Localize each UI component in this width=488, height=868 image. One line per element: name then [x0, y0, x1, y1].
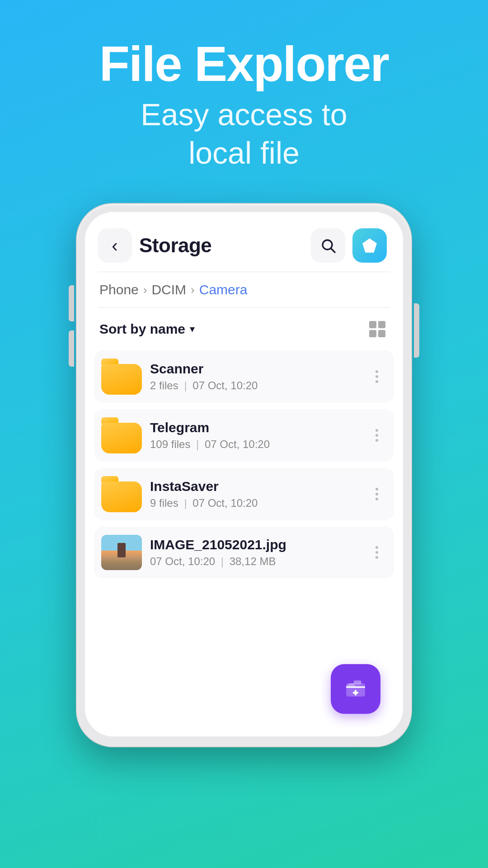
breadcrumb-dcim[interactable]: DCIM	[151, 282, 186, 297]
app-screen: ‹ Storage	[85, 212, 403, 585]
phone-wrapper: ‹ Storage	[0, 204, 488, 746]
file-meta: 07 Oct, 10:20 | 38,12 MB	[150, 555, 359, 568]
more-options-button[interactable]	[367, 484, 387, 504]
folder-icon	[101, 417, 142, 453]
file-name: IMAGE_21052021.jpg	[150, 537, 359, 552]
grid-view-button[interactable]	[366, 318, 389, 340]
file-thumbnail	[101, 535, 142, 570]
more-options-button[interactable]	[367, 367, 387, 387]
folder-icon	[101, 476, 142, 512]
back-icon: ‹	[112, 236, 117, 256]
search-button[interactable]	[311, 228, 345, 263]
diamond-icon	[361, 237, 378, 254]
add-folder-button[interactable]	[331, 664, 380, 714]
breadcrumb-camera[interactable]: Camera	[199, 282, 248, 297]
phone-inner: ‹ Storage	[85, 212, 403, 736]
svg-line-1	[331, 249, 335, 252]
main-title: File Explorer	[0, 36, 488, 91]
list-item[interactable]: InstaSaver 9 files | 07 Oct, 10:20	[94, 468, 394, 520]
screen-title: Storage	[139, 234, 304, 257]
breadcrumb-phone[interactable]: Phone	[99, 282, 139, 297]
top-bar: ‹ Storage	[85, 212, 403, 272]
grid-icon	[369, 321, 385, 337]
list-item[interactable]: Telegram 109 files | 07 Oct, 10:20	[94, 409, 394, 462]
three-dots-icon	[375, 370, 378, 383]
chevron-icon-2: ›	[191, 283, 195, 297]
header-section: File Explorer Easy access to local file	[0, 0, 488, 190]
list-item[interactable]: IMAGE_21052021.jpg 07 Oct, 10:20 | 38,12…	[94, 527, 394, 578]
add-folder-icon	[344, 678, 367, 700]
svg-marker-2	[362, 238, 377, 253]
three-dots-icon	[375, 546, 378, 559]
sort-button[interactable]: Sort by name ▾	[99, 321, 195, 337]
file-list: Scanner 2 files | 07 Oct, 10:20	[85, 350, 403, 585]
sort-label: Sort by name	[99, 321, 185, 337]
sort-bar: Sort by name ▾	[85, 308, 403, 350]
file-meta: 2 files | 07 Oct, 10:20	[150, 379, 359, 392]
file-info: Scanner 2 files | 07 Oct, 10:20	[150, 361, 359, 392]
subtitle: Easy access to local file	[0, 95, 488, 172]
file-meta: 109 files | 07 Oct, 10:20	[150, 438, 359, 451]
file-info: IMAGE_21052021.jpg 07 Oct, 10:20 | 38,12…	[150, 537, 359, 568]
three-dots-icon	[375, 488, 378, 500]
image-preview	[101, 535, 142, 570]
sort-arrow-icon: ▾	[190, 323, 195, 335]
file-name: Telegram	[150, 420, 359, 435]
back-button[interactable]: ‹	[98, 228, 132, 263]
file-name: Scanner	[150, 361, 359, 377]
more-options-button[interactable]	[367, 425, 387, 445]
search-icon	[320, 237, 336, 254]
phone-frame: ‹ Storage	[77, 204, 411, 746]
file-name: InstaSaver	[150, 479, 359, 494]
three-dots-icon	[375, 429, 378, 442]
file-info: InstaSaver 9 files | 07 Oct, 10:20	[150, 479, 359, 509]
premium-button[interactable]	[352, 228, 387, 263]
folder-icon	[101, 359, 142, 395]
breadcrumb: Phone › DCIM › Camera	[85, 272, 403, 307]
file-meta: 9 files | 07 Oct, 10:20	[150, 497, 359, 509]
svg-rect-4	[354, 680, 361, 684]
file-info: Telegram 109 files | 07 Oct, 10:20	[150, 420, 359, 451]
list-item[interactable]: Scanner 2 files | 07 Oct, 10:20	[94, 350, 394, 403]
more-options-button[interactable]	[367, 542, 387, 562]
chevron-icon-1: ›	[143, 283, 147, 297]
